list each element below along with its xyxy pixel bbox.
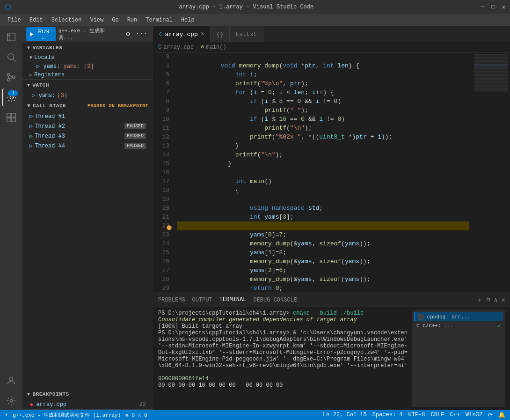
debug-run-button[interactable]: ▶ RUN ... [26,27,56,41]
activity-explorer[interactable] [2,28,20,46]
bottom-area: PROBLEMS OUTPUT TERMINAL DEBUG CONSOLE ＋… [153,293,510,410]
minimize-panel-icon[interactable]: ∧ [494,296,497,304]
menu-selection[interactable]: Selection [48,16,86,24]
svg-point-6 [10,96,13,99]
tab-array-cpp[interactable]: C array.cpp × [153,26,211,42]
debug-icon-bar: ⚙ ··· [124,29,149,39]
status-platform[interactable]: Win32 [466,412,482,419]
menu-run[interactable]: Run [124,16,141,24]
main-layout: ▶ RUN ... g++.exe - 生成和调... ⚙ ··· ▼ VARI… [0,26,510,410]
tab-json-label: {} [216,31,224,38]
code-line-10: printf("\n"); [177,115,469,124]
more-options-icon[interactable]: ··· [134,29,149,39]
tab-terminal[interactable]: TERMINAL [219,295,247,305]
menu-edit[interactable]: Edit [26,16,47,24]
watch-header[interactable]: ▼ WATCH [22,80,153,91]
status-encoding[interactable]: UTF-8 [408,412,425,419]
code-line-15 [177,159,469,168]
breakpoint-1[interactable]: ● array.cpp 22 [22,400,153,409]
close-panel-icon[interactable]: ✕ [502,296,505,304]
thread-4[interactable]: ▷ Thread #4 PAUSED [22,141,153,151]
activity-extensions[interactable] [2,109,20,126]
tab-close-button[interactable]: × [201,30,204,38]
status-line-ending[interactable]: CRLF [431,412,444,419]
menu-view[interactable]: View [86,16,107,24]
terminal-line-4: PS D:\projects\cppTutorial\ch4\1.array> … [158,330,408,369]
tab-output[interactable]: OUTPUT [192,295,212,305]
add-terminal-icon[interactable]: ＋ [476,296,483,304]
status-sync-icon[interactable]: ⟳ [488,412,493,419]
variables-chevron: ▼ [27,45,30,51]
thread-1[interactable]: ▷ Thread #1 [22,111,153,121]
menu-help[interactable]: Help [177,16,198,24]
svg-point-1 [8,54,14,60]
terminal-side-item-2[interactable]: C C/C++: ... ✓ [414,321,503,330]
minimap-content [473,52,510,94]
locals-group[interactable]: ▼ Locals [22,53,153,62]
code-line-9: if (i % 16 == 0 && i != 0) [177,106,469,115]
breakpoints-header[interactable]: ▼ BREAKPOINTS [22,389,153,400]
code-line-20: int yams[3]; [177,204,469,213]
tab-bar: C array.cpp × {} ts.txt [153,26,510,42]
code-line-26: yams[2]=6; [177,257,469,266]
terminal-side-item-1[interactable]: ⬛ cppdbg: arr... [414,312,503,321]
tab-problems[interactable]: PROBLEMS [158,295,185,305]
tab-json[interactable]: {} [211,26,230,42]
code-line-24: yams[1]=8; [177,239,469,248]
menu-go[interactable]: Go [108,16,122,24]
code-editor[interactable]: 3 4 5 6 7 8 9 10 11 12 13 14 15 16 17 18 [153,52,473,293]
window-title: array.cpp - 1.array - Visual Studio Code [179,4,313,10]
breadcrumb-func[interactable]: main() [206,44,226,51]
activity-source-control[interactable] [2,68,20,86]
status-language[interactable]: C++ [450,412,460,419]
svg-point-11 [9,377,13,381]
terminal-line-3: [100%] Built target array [158,323,408,330]
minimap [473,52,510,293]
close-button[interactable]: ✕ [502,4,505,11]
thread-3[interactable]: ▷ Thread #3 PAUSED [22,131,153,141]
code-line-16: int main() [177,168,469,177]
thread-2[interactable]: ▷ Thread #2 PAUSED [22,121,153,131]
activity-account[interactable] [2,372,20,390]
window-controls[interactable]: ─ □ ✕ [481,4,505,11]
code-content[interactable]: void memory_dump(void *ptr, int len) { i… [173,52,473,293]
svg-point-3 [7,74,10,76]
status-errors[interactable]: ⊗ 0 △ 0 [125,412,147,418]
tab-txt[interactable]: ts.txt [230,26,263,42]
status-debug-label[interactable]: g++.exe - 生成和调试活动文件 (1.array) [13,412,121,419]
thread-4-status: PAUSED [124,143,146,149]
registers-chevron: ▷ [29,72,32,78]
status-position[interactable]: Ln 22, Col 15 [323,412,367,419]
breadcrumb-icon: C [158,44,161,51]
split-terminal-icon[interactable]: ⊟ [487,296,490,303]
activity-settings[interactable] [2,392,20,410]
thread-4-chevron: ▷ [29,142,33,149]
breadcrumb-file[interactable]: array.cpp [163,44,194,51]
status-spaces[interactable]: Spaces: 4 [372,412,403,419]
variables-header[interactable]: ▼ VARIABLES [22,42,153,53]
callstack-header[interactable]: ▼ CALL STACK PAUSED ON BREAKPOINT [22,100,153,111]
code-line-28: return 0; [177,275,469,284]
terminal-line-2: Consolidate compiler generated dependenc… [158,317,408,323]
status-bell-icon[interactable]: 🔔 [498,412,505,419]
activity-search[interactable] [2,48,20,66]
maximize-button[interactable]: □ [492,4,495,11]
code-line-5: printf("%p\n", ptr); [177,70,469,79]
sidebar: ▶ RUN ... g++.exe - 生成和调... ⚙ ··· ▼ VARI… [22,26,153,410]
minimize-button[interactable]: ─ [481,4,484,11]
callstack-panel: ▼ CALL STACK PAUSED ON BREAKPOINT ▷ Thre… [22,100,153,151]
activity-debug[interactable] [2,88,20,106]
terminal-main[interactable]: PS D:\projects\cppTutorial\ch4\1.array> … [158,310,408,407]
watch-yams[interactable]: ▷ yams: [3] [22,91,153,100]
run-icon: ▶ [30,31,34,37]
status-bar: ⚡ g++.exe - 生成和调试活动文件 (1.array) ⊗ 0 △ 0 … [0,410,510,420]
yams-variable[interactable]: ▷ yams: yams: [3] [22,62,153,71]
registers-group[interactable]: ▷ Registers [22,71,153,79]
settings-icon[interactable]: ⚙ [124,29,131,39]
thread-2-status: PAUSED [124,123,146,129]
tab-debug-console[interactable]: DEBUG CONSOLE [253,295,297,305]
svg-rect-8 [12,113,15,117]
terminal-hex: 00 00 00 00 10 00 00 00 00 00 00 00 [158,382,408,389]
menu-file[interactable]: File [4,16,25,24]
menu-terminal[interactable]: Terminal [142,16,176,24]
